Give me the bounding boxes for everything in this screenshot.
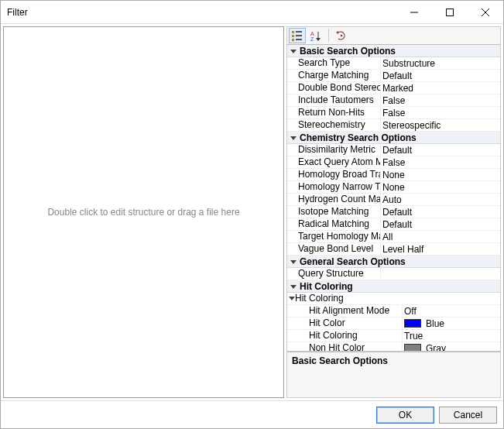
svg-marker-13 xyxy=(316,38,321,41)
property-row[interactable]: Hit ColorBlue xyxy=(287,317,500,330)
sort-alpha-icon: A Z xyxy=(310,30,321,41)
minimize-button[interactable] xyxy=(396,1,432,24)
svg-marker-19 xyxy=(290,285,297,289)
property-value[interactable]: Stereospecific xyxy=(380,119,500,131)
property-row[interactable]: Dissimilarity MetricDefault xyxy=(287,144,500,156)
categorized-button[interactable] xyxy=(289,28,306,43)
property-value-text: Level Half xyxy=(382,244,423,255)
property-row[interactable]: Vague Bond LevelLevel Half xyxy=(287,243,500,256)
description-title: Basic Search Options xyxy=(292,355,495,366)
property-row[interactable]: Include TautomersFalse xyxy=(287,94,500,107)
property-value-text: True xyxy=(404,331,423,341)
property-value[interactable]: None xyxy=(380,181,500,193)
property-value[interactable]: Default xyxy=(380,144,500,156)
category-chemistry[interactable]: Chemistry Search Options xyxy=(287,132,500,144)
property-value-text: Default xyxy=(382,219,412,230)
structure-placeholder: Double click to edit structure or drag a… xyxy=(47,207,239,218)
property-row[interactable]: Exact Query Atom MatchingFalse xyxy=(287,156,500,169)
property-row[interactable]: Hit ColoringTrue xyxy=(287,330,500,342)
property-value-text: Substructure xyxy=(382,58,435,69)
property-name: Search Type xyxy=(298,57,380,69)
property-value[interactable]: Marked xyxy=(380,82,500,94)
property-row[interactable]: Double Bond Stereo CheckingMarked xyxy=(287,82,500,94)
property-row[interactable]: Non Hit ColorGray xyxy=(287,342,500,352)
minimize-icon xyxy=(410,9,418,16)
indent xyxy=(287,107,298,118)
category-general[interactable]: General Search Options xyxy=(287,256,500,268)
property-pages-button[interactable] xyxy=(333,28,350,43)
property-value[interactable]: Default xyxy=(380,206,500,218)
property-value-text: False xyxy=(382,95,405,106)
property-value-text: False xyxy=(382,157,405,168)
property-value-text: Stereospecific xyxy=(382,120,441,131)
chevron-down-icon xyxy=(289,133,298,142)
property-value[interactable] xyxy=(380,268,500,280)
property-value[interactable]: False xyxy=(380,107,500,118)
indent xyxy=(287,218,298,230)
property-value-text: Default xyxy=(382,207,412,218)
description-panel: Basic Search Options xyxy=(286,352,501,398)
property-value[interactable]: Blue xyxy=(402,317,500,329)
property-row[interactable]: Homology Broad TranslationNone xyxy=(287,169,500,181)
property-value[interactable]: Level Half xyxy=(380,243,500,255)
property-grid[interactable]: Basic Search Options Search TypeSubstruc… xyxy=(286,45,501,352)
property-value[interactable]: None xyxy=(380,169,500,180)
property-name: Hydrogen Count Matching xyxy=(298,194,380,205)
property-row[interactable]: Search TypeSubstructure xyxy=(287,57,500,70)
cancel-button[interactable]: Cancel xyxy=(439,407,497,424)
svg-rect-5 xyxy=(296,31,302,33)
property-value[interactable]: False xyxy=(380,94,500,106)
indent xyxy=(287,330,309,341)
category-hit-coloring[interactable]: Hit Coloring xyxy=(287,280,500,293)
sort-button[interactable]: A Z xyxy=(307,28,324,43)
property-row[interactable]: Homology Narrow TranslationNone xyxy=(287,181,500,194)
property-value[interactable]: Substructure xyxy=(380,57,500,69)
svg-rect-6 xyxy=(292,35,294,37)
property-row[interactable]: Target Homology MatchingAll xyxy=(287,231,500,243)
property-value[interactable]: Auto xyxy=(380,194,500,205)
property-row[interactable]: Hit Alignment ModeOff xyxy=(287,305,500,317)
property-value[interactable]: Off xyxy=(402,305,500,317)
property-name: Radical Matching xyxy=(298,218,380,230)
property-name: Hit Color xyxy=(309,317,402,329)
close-button[interactable] xyxy=(468,1,503,24)
indent xyxy=(287,119,298,131)
svg-text:A: A xyxy=(310,31,314,36)
property-value[interactable]: True xyxy=(402,330,500,341)
svg-rect-8 xyxy=(292,39,294,41)
property-name: Dissimilarity Metric xyxy=(298,144,380,156)
category-label: Chemistry Search Options xyxy=(300,132,417,143)
property-name: Vague Bond Level xyxy=(298,243,380,255)
property-value-text: Auto xyxy=(382,194,402,205)
property-row[interactable]: Isotope MatchingDefault xyxy=(287,206,500,218)
indent xyxy=(287,94,298,106)
category-basic[interactable]: Basic Search Options xyxy=(287,45,500,57)
property-row[interactable]: Query Structure xyxy=(287,268,500,280)
property-name: Hit Coloring xyxy=(295,293,344,304)
property-value[interactable]: Default xyxy=(380,70,500,81)
property-name: Homology Narrow Translation xyxy=(298,181,380,193)
property-value[interactable]: Default xyxy=(380,218,500,230)
property-name: Include Tautomers xyxy=(298,94,380,106)
property-name: Non Hit Color xyxy=(309,342,402,352)
ok-button[interactable]: OK xyxy=(376,407,434,424)
property-row[interactable]: Radical MatchingDefault xyxy=(287,218,500,231)
property-value[interactable]: All xyxy=(380,231,500,242)
property-value[interactable]: False xyxy=(380,156,500,168)
maximize-button[interactable] xyxy=(432,1,468,24)
property-row[interactable]: Return Non-HitsFalse xyxy=(287,107,500,119)
property-row-expandable[interactable]: Hit Coloring xyxy=(287,293,500,305)
color-swatch xyxy=(404,344,421,352)
property-value-text: None xyxy=(382,182,405,193)
property-row[interactable]: Charge MatchingDefault xyxy=(287,70,500,82)
property-row[interactable]: Hydrogen Count MatchingAuto xyxy=(287,194,500,206)
property-name: Isotope Matching xyxy=(298,206,380,218)
property-name: Stereochemistry xyxy=(298,119,380,131)
property-row[interactable]: StereochemistryStereospecific xyxy=(287,119,500,132)
structure-drop-panel[interactable]: Double click to edit structure or drag a… xyxy=(3,26,284,398)
property-value-text: Blue xyxy=(426,318,444,329)
svg-text:Z: Z xyxy=(310,36,314,41)
property-value[interactable]: Gray xyxy=(402,342,500,352)
property-value-text: None xyxy=(382,170,405,180)
indent xyxy=(287,70,298,81)
